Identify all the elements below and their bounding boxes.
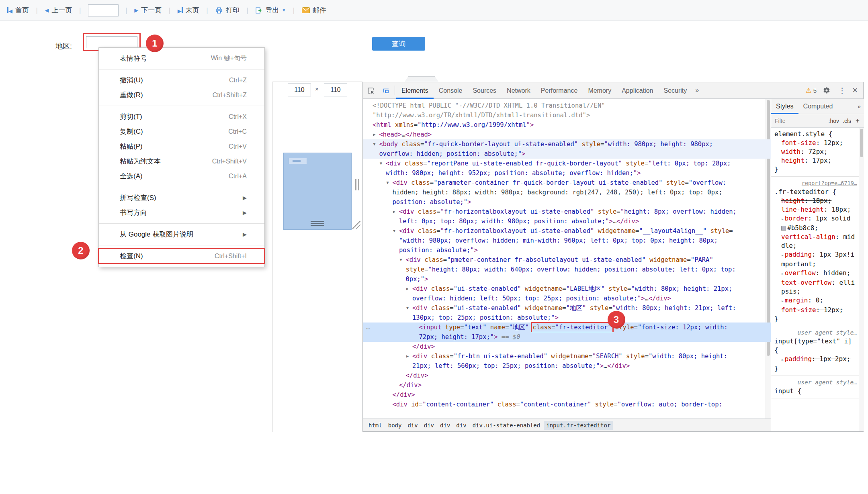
menu-item[interactable]: 撤消(U)Ctrl+Z: [99, 73, 264, 88]
toggle-hover-state-button[interactable]: :hov: [829, 118, 839, 124]
menu-item[interactable]: 粘贴为纯文本Ctrl+Shift+V: [99, 154, 264, 169]
devtools-menu-button[interactable]: ⋮: [837, 86, 848, 95]
dom-tree-line[interactable]: left: 0px; top: 80px; width: 980px; posi…: [363, 216, 771, 226]
devtools-close-button[interactable]: ×: [850, 85, 860, 96]
menu-item[interactable]: 拼写检查(S)▶: [99, 190, 264, 205]
dom-tree-line[interactable]: overflow: hidden; left: 50px; top: 25px;…: [363, 294, 771, 303]
tab-security[interactable]: Security: [658, 82, 692, 99]
tab-sources[interactable]: Sources: [467, 82, 502, 99]
next-page-button[interactable]: ▶ 下一页: [134, 6, 162, 15]
dom-tree-line-selected[interactable]: 72px; height: 17px;"> == $0: [363, 332, 771, 342]
dom-tree-line[interactable]: 130px; top: 25px; position: absolute;">: [363, 313, 771, 323]
style-property[interactable]: height: 18px;: [774, 196, 857, 205]
twisty-expanded-icon[interactable]: ▼: [406, 303, 409, 313]
twisty-expanded-icon[interactable]: ▼: [400, 255, 402, 265]
dom-tree-line[interactable]: ▶<div class="fr-horizontalboxlayout ui-s…: [363, 207, 771, 216]
dom-tree-line[interactable]: ▼<div class="ui-state-enabled" widgetnam…: [363, 303, 771, 313]
breadcrumb-html[interactable]: html: [366, 421, 385, 430]
styles-filter-input[interactable]: Filte: [775, 118, 825, 124]
dom-tree-line[interactable]: overflow: hidden; position: absolute;">: [363, 149, 771, 159]
breadcrumb-div[interactable]: div: [438, 421, 452, 430]
dom-tree-line[interactable]: position: absolute;">: [363, 197, 771, 207]
sidebar-tab-computed[interactable]: Computed: [798, 99, 838, 114]
corner-resize-handle[interactable]: [352, 221, 360, 229]
menu-item[interactable]: 复制(C)Ctrl+C: [99, 124, 264, 139]
style-property[interactable]: height: 17px;: [774, 156, 857, 165]
twisty-collapsed-icon[interactable]: ▶: [393, 207, 395, 216]
color-swatch[interactable]: [781, 226, 786, 231]
breadcrumb-div[interactable]: div: [454, 421, 469, 430]
dom-tree-line[interactable]: ▶<head>…</head>: [363, 130, 771, 139]
dom-tree-line[interactable]: "http://www.w3.org/TR/xhtml1/DTD/xhtml1-…: [363, 110, 771, 120]
dom-tree-line-selected[interactable]: …<input type="text" name="地区" class="fr-…: [363, 323, 771, 332]
tab-performance[interactable]: Performance: [536, 82, 583, 99]
first-page-button[interactable]: ◀ 首页: [7, 6, 29, 15]
tab-console[interactable]: Console: [434, 82, 468, 99]
print-button[interactable]: 打印: [215, 6, 240, 15]
tab-memory[interactable]: Memory: [583, 82, 616, 99]
dom-tree-line[interactable]: ▼<div class="reportPane ui-state-enabled…: [363, 159, 771, 168]
shorthand-expand-icon[interactable]: ▸: [781, 357, 784, 362]
dom-tree-line[interactable]: "width: 980px; overflow: hidden; min-wid…: [363, 236, 771, 245]
dom-tree-line[interactable]: hidden; height: 88px; width: 980px; back…: [363, 188, 771, 197]
sidebar-more-tabs-button[interactable]: »: [854, 103, 864, 110]
more-tabs-button[interactable]: »: [692, 87, 702, 94]
export-button[interactable]: 导出 ▼: [255, 6, 286, 15]
menu-item[interactable]: 书写方向▶: [99, 205, 264, 220]
dom-tree-line[interactable]: <!DOCTYPE html PUBLIC "-//W3C//DTD XHTML…: [363, 101, 771, 110]
menu-item[interactable]: 检查(N)Ctrl+Shift+I: [99, 249, 264, 263]
breadcrumb-div[interactable]: div: [405, 421, 420, 430]
style-property[interactable]: width: 72px;: [774, 147, 857, 156]
style-selector[interactable]: element.style {: [774, 130, 857, 139]
shorthand-expand-icon[interactable]: ▸: [781, 298, 784, 304]
resize-grip-icon[interactable]: [311, 221, 324, 227]
breadcrumb-input.fr-texteditor[interactable]: input.fr-texteditor: [544, 421, 613, 430]
menu-item[interactable]: 表情符号Win 键+句号: [99, 51, 264, 66]
twisty-collapsed-icon[interactable]: ▶: [373, 130, 376, 139]
twisty-expanded-icon[interactable]: ▼: [387, 178, 389, 188]
dom-tree-line[interactable]: ▼<div class="fr-horizontalboxlayout ui-s…: [363, 226, 771, 236]
style-property[interactable]: line-height: 18px;: [774, 205, 857, 214]
tab-network[interactable]: Network: [502, 82, 536, 99]
shorthand-expand-icon[interactable]: ▸: [781, 253, 784, 258]
style-property[interactable]: text-overflow: ellipsis;: [774, 278, 857, 296]
dom-tree-line[interactable]: ▼<body class="fr-quick-border-layout ui-…: [363, 139, 771, 149]
styles-scrollbar[interactable]: [859, 128, 864, 431]
menu-item[interactable]: 剪切(T)Ctrl+X: [99, 109, 264, 124]
sidebar-tab-styles[interactable]: Styles: [771, 99, 798, 114]
dom-tree-line[interactable]: style="height: 80px; width: 640px; overf…: [363, 265, 771, 274]
style-selector[interactable]: input[type="text" i] {: [774, 337, 857, 355]
device-toolbar-toggle[interactable]: [378, 82, 393, 99]
breadcrumb-body[interactable]: body: [386, 421, 404, 430]
twisty-collapsed-icon[interactable]: ▶: [406, 284, 409, 294]
breadcrumb-div.ui-state-enabled[interactable]: div.ui-state-enabled: [470, 421, 543, 430]
dom-tree-line[interactable]: </div>: [363, 371, 771, 380]
tab-application[interactable]: Application: [616, 82, 658, 99]
style-property[interactable]: vertical-align: middle;: [774, 233, 857, 250]
style-source-link[interactable]: report?op=e…6719…: [774, 179, 857, 188]
image-element-preview[interactable]: [283, 153, 352, 230]
shorthand-expand-icon[interactable]: ▸: [781, 216, 784, 222]
menu-item[interactable]: 重做(R)Ctrl+Shift+Z: [99, 88, 264, 102]
dom-tree-line[interactable]: position: absolute;">: [363, 245, 771, 255]
last-page-button[interactable]: ▶ 末页: [178, 6, 199, 15]
page-number-input[interactable]: [88, 4, 119, 16]
style-selector[interactable]: input {: [774, 387, 857, 396]
style-property[interactable]: font-size: 12px;: [774, 139, 857, 147]
mail-button[interactable]: 邮件: [302, 6, 326, 15]
prev-page-button[interactable]: ◀ 上一页: [45, 6, 72, 15]
dom-tree-line[interactable]: 0px;">: [363, 274, 771, 284]
dom-tree-line[interactable]: width: 980px; height: 952px; position: a…: [363, 168, 771, 178]
dom-tree-line[interactable]: ▼<div class="parameter-container fr-quic…: [363, 178, 771, 188]
style-property[interactable]: ▸overflow: hidden;: [774, 269, 857, 278]
twisty-collapsed-icon[interactable]: ▶: [406, 351, 409, 361]
dom-tree-line[interactable]: ▼<div class="pmeter-container fr-absolut…: [363, 255, 771, 265]
style-property[interactable]: ▸margin: 0;: [774, 296, 857, 306]
dom-tree-line[interactable]: </div>: [363, 342, 771, 351]
breadcrumb-div[interactable]: div: [422, 421, 436, 430]
style-property[interactable]: ▸padding: 1px 3px!important;: [774, 250, 857, 269]
style-property[interactable]: ▸padding: 1px 2px;: [774, 355, 857, 364]
shorthand-expand-icon[interactable]: ▸: [781, 271, 784, 276]
twisty-expanded-icon[interactable]: ▼: [393, 226, 395, 236]
dom-tree-line[interactable]: </div>: [363, 390, 771, 400]
